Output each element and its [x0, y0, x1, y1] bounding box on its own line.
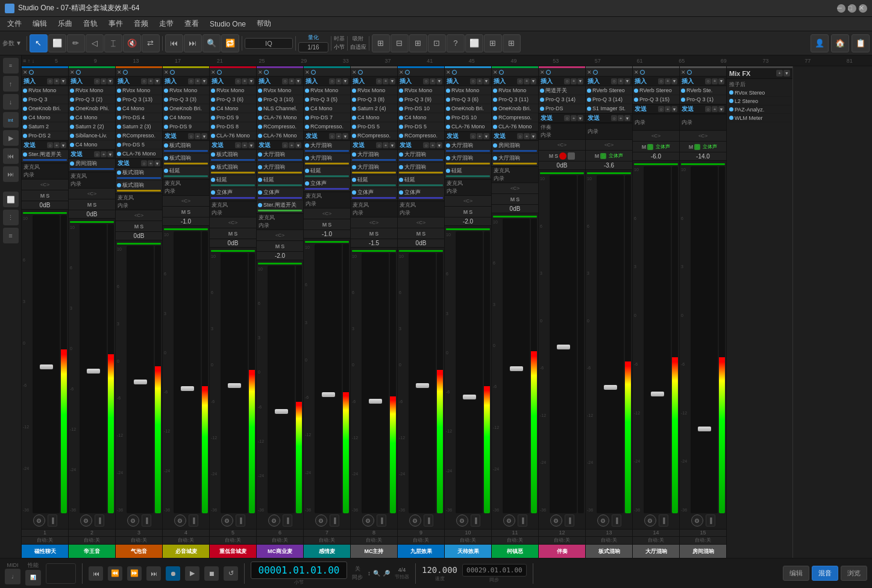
plugin-slot[interactable]: CLA-76 Mono — [492, 122, 538, 131]
mute-btn[interactable]: M — [689, 144, 694, 150]
plugin-slot[interactable]: C4 Mono — [69, 140, 115, 149]
channel-settings-btn[interactable]: ⚙ — [33, 514, 45, 527]
plugin-slot[interactable]: Pro-DS 9 — [210, 113, 256, 122]
channel-name[interactable]: 帝王音 — [69, 545, 115, 558]
maximize-button[interactable]: □ — [848, 4, 856, 13]
channel-name[interactable]: 重低音城麦 — [210, 545, 256, 558]
channel-close-btn[interactable]: ✕ — [634, 69, 639, 75]
menu-studioone[interactable]: Studio One — [205, 19, 251, 30]
insert-menu[interactable]: ▼ — [295, 78, 301, 84]
send-slot-2[interactable]: 板式混响 — [163, 154, 209, 166]
send-menu[interactable]: ▼ — [483, 133, 489, 139]
channel-close-btn[interactable]: ✕ — [587, 69, 592, 75]
send-power[interactable]: ○ — [282, 142, 288, 148]
bend-tool[interactable]: ⇄ — [142, 34, 160, 52]
split-tool[interactable]: ⌶ — [104, 34, 122, 52]
plugin-slot[interactable]: Pro-Q 3 (3) — [163, 95, 209, 104]
send-power[interactable]: ○ — [470, 133, 476, 139]
channel-name[interactable]: MC商业麦 — [257, 545, 303, 558]
insert-add[interactable]: + — [289, 78, 295, 84]
insert-power[interactable]: ○ — [188, 78, 194, 84]
send-menu[interactable]: ▼ — [530, 133, 536, 139]
channel-close-btn[interactable]: ✕ — [305, 69, 310, 75]
plugin-slot[interactable]: Saturn 2 (4) — [351, 104, 397, 113]
insert-power[interactable]: ○ — [564, 78, 570, 84]
plugin-slot[interactable]: Pro-Q 3 (6) — [210, 95, 256, 104]
range-tool[interactable]: ⬜ — [48, 34, 66, 52]
channel-name[interactable]: 伴奏 — [539, 545, 585, 558]
insert-power[interactable]: ○ — [141, 78, 147, 84]
channel-close-btn[interactable]: ✕ — [211, 69, 216, 75]
channel-settings-btn[interactable]: ⚙ — [597, 514, 609, 527]
rewind-start[interactable]: ⏮ — [165, 34, 183, 52]
plugin-slot[interactable]: C4 Mono — [351, 113, 397, 122]
send-power[interactable]: ○ — [423, 142, 429, 148]
insert-menu[interactable]: ▼ — [154, 78, 160, 84]
fader-track[interactable] — [691, 166, 718, 513]
insert-menu[interactable]: ▼ — [389, 78, 395, 84]
rewind-btn[interactable]: ⏮ — [89, 566, 103, 581]
plugin-slot[interactable]: RCompresso. — [257, 122, 303, 131]
fader-track[interactable] — [597, 175, 624, 513]
plugin-slot[interactable]: Pro-Q 3 (11) — [492, 95, 538, 104]
solo-btn[interactable]: S — [140, 224, 143, 230]
insert-menu[interactable]: ▼ — [624, 78, 630, 84]
send-slot-3[interactable]: 硅延 — [257, 175, 303, 188]
send-add[interactable]: + — [289, 142, 295, 148]
plugin-slot[interactable]: RCompresso. — [398, 131, 444, 140]
fader-handle[interactable] — [87, 369, 100, 374]
send-add[interactable]: + — [665, 106, 671, 112]
channel-power-btn[interactable] — [217, 70, 222, 75]
plugin-slot[interactable]: RVox Mono — [257, 86, 303, 95]
plugin-slot[interactable]: RVox Mono — [351, 86, 397, 95]
channel-settings-btn[interactable]: ⚙ — [127, 514, 139, 527]
plugin-slot[interactable]: OneKnob Bri. — [163, 104, 209, 113]
fader-handle[interactable] — [228, 383, 241, 388]
send-menu[interactable]: ▼ — [107, 151, 113, 157]
channel-power-btn[interactable] — [499, 70, 504, 75]
plugin-slot[interactable]: RVerb Stereo — [586, 86, 632, 95]
plugin-slot[interactable]: Pro-DS 4 — [116, 113, 162, 122]
insert-add[interactable]: + — [336, 78, 342, 84]
channel-eq-btn[interactable]: ▐ — [330, 514, 339, 527]
mute-btn[interactable]: M — [549, 153, 554, 159]
record-arm-btn[interactable] — [559, 152, 566, 160]
channel-power-btn[interactable] — [264, 70, 269, 75]
menu-file[interactable]: 文件 — [2, 17, 27, 30]
channel-settings-btn[interactable]: ⚙ — [80, 514, 92, 527]
menu-event[interactable]: 事件 — [104, 17, 128, 30]
channel-power-btn[interactable] — [170, 70, 175, 75]
send-slot-3[interactable]: 硅延 — [351, 175, 397, 188]
fader-handle[interactable] — [40, 364, 53, 369]
channel-settings-btn[interactable]: ⚙ — [315, 514, 327, 527]
insert-power[interactable]: ○ — [47, 78, 53, 84]
plugin-slot[interactable]: CLA-76 Mono — [445, 122, 491, 131]
mute-btn[interactable]: M — [322, 222, 327, 228]
send-menu[interactable]: ▼ — [671, 106, 677, 112]
send-slot-3[interactable]: 硅延 — [445, 166, 491, 179]
fader-handle[interactable] — [322, 392, 335, 397]
solo-btn[interactable]: S — [234, 231, 237, 237]
send-menu[interactable]: ▼ — [201, 133, 207, 139]
plugin-slot[interactable]: Pro-DS 10 — [398, 104, 444, 113]
channel-eq-btn[interactable]: ▐ — [236, 514, 245, 527]
left-panel-btn-9[interactable]: ⋮ — [3, 210, 19, 225]
insert-add[interactable]: + — [148, 78, 154, 84]
loop[interactable]: 🔁 — [221, 34, 239, 52]
plugin-slot[interactable]: RCompresso. — [304, 122, 350, 131]
insert-menu[interactable]: ▼ — [60, 78, 66, 84]
channel-power-btn[interactable] — [405, 70, 410, 75]
record-btn[interactable]: ⏺ — [166, 566, 180, 581]
fader-track[interactable] — [550, 175, 577, 513]
insert-power[interactable]: ○ — [282, 78, 288, 84]
insert-menu[interactable]: ▼ — [530, 78, 536, 84]
plugin-slot[interactable]: OneKnob Bri. — [445, 104, 491, 113]
fader-track[interactable] — [127, 246, 154, 513]
channel-name[interactable]: 柯镇恶 — [492, 545, 538, 558]
send-slot-2[interactable]: 大厅混响 — [492, 154, 538, 166]
fader-handle[interactable] — [181, 386, 194, 391]
left-panel-btn-7[interactable]: ⏭ — [3, 166, 19, 182]
plugin-slot[interactable]: Pro-Q 3 (5) — [304, 95, 350, 104]
plugin-slot[interactable]: RVox Mono — [22, 86, 68, 95]
menu-audio[interactable]: 音频 — [129, 17, 153, 30]
